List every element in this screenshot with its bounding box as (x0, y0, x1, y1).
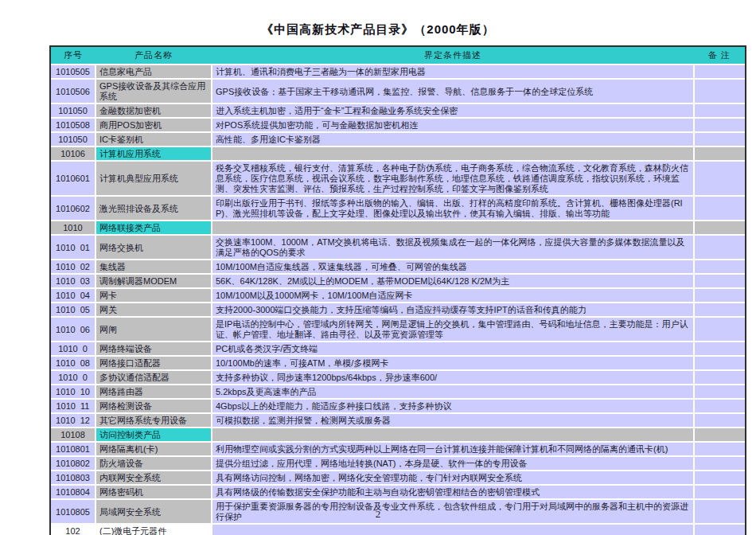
cell-definition: 印刷出版行业用于书刊、报纸等多种出版物的输入、编辑、出版、打样的高精度印前系统。… (212, 196, 694, 221)
cell-remarks (694, 79, 745, 103)
cell-serial: 1010 05 (51, 303, 95, 317)
cell-definition: 10/100Mb的速率，可接ATM，单模/多模网卡 (212, 356, 694, 370)
cell-product-name: GPS接收设备及其综合应用系统 (95, 79, 212, 103)
cell-product-name: 计算机典型应用系统 (95, 161, 212, 196)
cell-serial: 1010 10 (51, 385, 95, 399)
cell-serial: 101050 (51, 103, 95, 118)
catalog-table-body: 1010505信息家电产品计算机、通讯和消费电子三者融为一体的新型家用电器101… (51, 64, 745, 535)
cell-product-name: 信息家电产品 (95, 64, 212, 79)
table-row: 1010 03调制解调器MODEM56K、64K/128K、2M或以上的MODE… (51, 274, 745, 288)
cell-definition: 具有网络访问控制，网络加密，网络化安全管理功能，专门针对内联网安全系统 (212, 471, 694, 485)
cell-product-name: 网络交换机 (95, 235, 212, 260)
cell-product-name: 商用POS加密机 (95, 118, 212, 132)
cell-remarks (694, 118, 745, 132)
cell-definition: 提供分组过滤，应用代理，网络地址转换(NAT)，本身是硬、软件一体的专用设备 (212, 456, 694, 471)
cell-definition: 10M/100M自适应集线器，双速集线器，可堆叠、可网管的集线器 (212, 260, 694, 274)
cell-serial: 1010 02 (51, 260, 95, 274)
cell-definition (212, 221, 694, 235)
cell-product-name: 网络路由器 (95, 385, 212, 399)
cell-serial: 1010508 (51, 118, 95, 132)
cell-product-name: 其它网络系统专用设备 (95, 413, 212, 428)
table-row: 1010601计算机典型应用系统税务交叉稽核系统，银行支付、清算系统，各种电子防… (51, 161, 745, 196)
table-row: 1010802防火墙设备提供分组过滤，应用代理，网络地址转换(NAT)，本身是硬… (51, 456, 745, 471)
cell-remarks (694, 442, 745, 456)
cell-serial: 1010 04 (51, 288, 95, 303)
cell-definition: 10M/100M以及1000M网卡，10M/100M自适应网卡 (212, 288, 694, 303)
cell-product-name: 计算机应用系统 (95, 146, 212, 161)
cell-product-name: 内联网安全系统 (95, 471, 212, 485)
cell-serial: 1010 08 (51, 356, 95, 370)
cell-definition: GPS接收设备；基于国家主干移动通讯网，集监控、报警、导航、信息服务于一体的全球… (212, 79, 694, 103)
cell-remarks (694, 524, 745, 535)
column-header-serial: 序号 (51, 47, 95, 64)
table-row: 1010 11网络检测设备4Gbps以上的处理能力，能适应多种接口线路，支持多种… (51, 399, 745, 413)
cell-remarks (694, 385, 745, 399)
cell-product-name: 金融数据加密机 (95, 103, 212, 118)
cell-remarks (694, 317, 745, 342)
table-row: 1010803内联网安全系统具有网络访问控制，网络加密，网络化安全管理功能，专门… (51, 471, 745, 485)
cell-definition: 可模拟数据，监测并报警，检测网关或服务器 (212, 413, 694, 428)
cell-definition: 4Gbps以上的处理能力，能适应多种接口线路，支持多种协议 (212, 399, 694, 413)
cell-definition: 税务交叉稽核系统，银行支付、清算系统，各种电子防伪系统，电子商务系统，综合物流系… (212, 161, 694, 196)
cell-product-name: 防火墙设备 (95, 456, 212, 471)
cell-product-name: 网络接口适配器 (95, 356, 212, 370)
cell-product-name: 多协议通信适配器 (95, 370, 212, 385)
cell-product-name: 网络终端设备 (95, 342, 212, 356)
cell-serial: 1010 03 (51, 274, 95, 288)
cell-remarks (694, 146, 745, 161)
cell-remarks (694, 132, 745, 146)
cell-remarks (694, 303, 745, 317)
table-row: 1010 0多协议通信适配器支持多种协议，同步速率1200bps/64kbps，… (51, 370, 745, 385)
cell-product-name: 激光照排设备及系统 (95, 196, 212, 221)
column-header-remarks: 备 注 (694, 47, 745, 64)
cell-product-name: 集线器 (95, 260, 212, 274)
table-row: 1010网络联接类产品 (51, 221, 745, 235)
cell-product-name: 访问控制类产品 (95, 428, 212, 442)
cell-definition: 56K、64K/128K、2M或以上的MODEM，基带MODEM以64K/128… (212, 274, 694, 288)
cell-remarks (694, 342, 745, 356)
cell-serial: 1010803 (51, 471, 95, 485)
table-row: 10106计算机应用系统 (51, 146, 745, 161)
cell-remarks (694, 356, 745, 370)
cell-definition: 5.2kbps及更高速率的产品 (212, 385, 694, 399)
table-row: 1010508商用POS加密机对POS系统提供加密功能，可与金融数据加密机相连 (51, 118, 745, 132)
cell-remarks (694, 235, 745, 260)
cell-remarks (694, 260, 745, 274)
column-header-definition: 界定条件描述 (212, 47, 694, 64)
table-row: 1010 01网络交换机交换速率100M、1000M，ATM交换机将电话、数据及… (51, 235, 745, 260)
table-row: 1010 02集线器10M/100M自适应集线器，双速集线器，可堆叠、可网管的集… (51, 260, 745, 274)
cell-serial: 1010 12 (51, 413, 95, 428)
table-row: 1010602激光照排设备及系统印刷出版行业用于书刊、报纸等多种出版物的输入、编… (51, 196, 745, 221)
cell-definition: 支持2000-3000端口交换能力，支持压缩等编码，自适应抖动缓存等支持IPT的… (212, 303, 694, 317)
page-title: 《中国高新技术产品目录》（2000年版） (0, 22, 756, 37)
cell-remarks (694, 274, 745, 288)
cell-product-name: 网络隔离机(卡) (95, 442, 212, 456)
cell-product-name: 网关 (95, 303, 212, 317)
cell-serial: 1010 (51, 221, 95, 235)
cell-serial: 1010801 (51, 442, 95, 456)
catalog-table: 序号 产品名称 界定条件描述 备 注 1010505信息家电产品计算机、通讯和消… (51, 47, 745, 535)
table-row: 1010506GPS接收设备及其综合应用系统GPS接收设备；基于国家主干移动通讯… (51, 79, 745, 103)
cell-definition: 对POS系统提供加密功能，可与金融数据加密机相连 (212, 118, 694, 132)
cell-remarks (694, 161, 745, 196)
cell-remarks (694, 64, 745, 79)
table-row: 1010 12其它网络系统专用设备可模拟数据，监测并报警，检测网关或服务器 (51, 413, 745, 428)
cell-definition: 支持多种协议，同步速率1200bps/64kbps，异步速率600/ (212, 370, 694, 385)
table-row: 10108访问控制类产品 (51, 428, 745, 442)
cell-serial: 1010 11 (51, 399, 95, 413)
cell-definition (212, 146, 694, 161)
cell-serial: 1010505 (51, 64, 95, 79)
cell-serial: 1010506 (51, 79, 95, 103)
table-row: 1010 06网闸是IP电话的控制中心，管理域内所转网关，网闸是逻辑上的交换机，… (51, 317, 745, 342)
table-row: 102(二)微电子元器件 (51, 524, 745, 535)
cell-serial: 1010601 (51, 161, 95, 196)
cell-remarks (694, 370, 745, 385)
column-header-product-name: 产品名称 (95, 47, 212, 64)
cell-remarks (694, 428, 745, 442)
table-row: 1010801网络隔离机(卡)利用物理空间或实践分割的方式实现两种以上网络在同一… (51, 442, 745, 456)
cell-product-name: 网络检测设备 (95, 399, 212, 413)
table-row: 101050IC卡鉴别机高性能、多用途IC卡鉴别器 (51, 132, 745, 146)
table-row: 1010 08网络接口适配器10/100Mb的速率，可接ATM，单模/多模网卡 (51, 356, 745, 370)
cell-definition: 是IP电话的控制中心，管理域内所转网关，网闸是逻辑上的交换机，集中管理路由、号码… (212, 317, 694, 342)
table-row: 1010505信息家电产品计算机、通讯和消费电子三者融为一体的新型家用电器 (51, 64, 745, 79)
